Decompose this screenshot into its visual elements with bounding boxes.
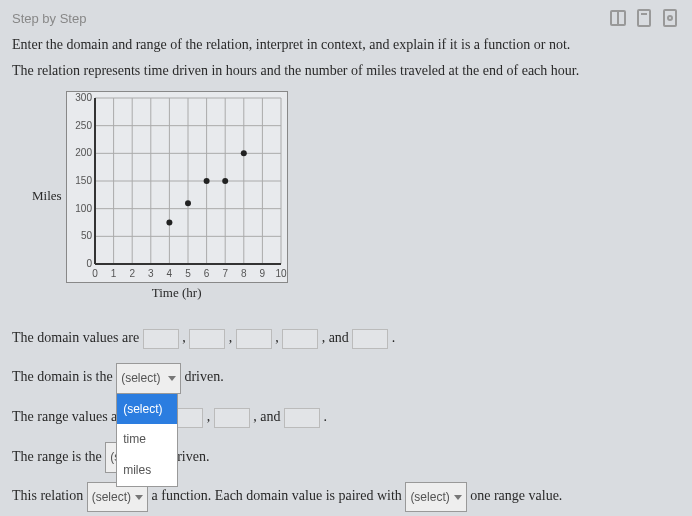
svg-text:300: 300	[75, 92, 92, 103]
dropdown-header[interactable]: (select)	[117, 394, 177, 425]
dropdown-open: (select) time miles	[116, 393, 178, 487]
svg-text:5: 5	[185, 268, 191, 279]
svg-text:150: 150	[75, 175, 92, 186]
book-icon[interactable]	[608, 8, 628, 28]
y-axis-label: Miles	[32, 188, 62, 204]
range-blank-3[interactable]	[214, 408, 250, 428]
svg-text:200: 200	[75, 147, 92, 158]
dropdown-opt-time[interactable]: time	[117, 424, 177, 455]
svg-text:3: 3	[148, 268, 154, 279]
scatter-chart: 012345678910050100150200250300	[66, 91, 288, 283]
svg-point-5	[668, 16, 672, 20]
svg-text:10: 10	[275, 268, 287, 279]
svg-text:100: 100	[75, 202, 92, 213]
range-blank-4[interactable]	[284, 408, 320, 428]
svg-text:1: 1	[110, 268, 116, 279]
prompt-line-2: The relation represents time driven in h…	[12, 60, 680, 82]
svg-rect-2	[638, 10, 650, 26]
range-values-row: The range values a , , , and .	[12, 400, 680, 434]
domain-blank-1[interactable]	[143, 329, 179, 349]
function-row: This relation (select) a function. Each …	[12, 479, 680, 513]
svg-text:2: 2	[129, 268, 135, 279]
svg-text:6: 6	[203, 268, 209, 279]
svg-text:4: 4	[166, 268, 172, 279]
svg-text:250: 250	[75, 119, 92, 130]
svg-point-46	[203, 178, 209, 184]
pairing-select[interactable]: (select)	[405, 482, 466, 513]
domain-is-row: The domain is the (select) (select) time…	[12, 360, 680, 394]
svg-text:50: 50	[81, 230, 93, 241]
domain-blank-4[interactable]	[282, 329, 318, 349]
svg-rect-4	[664, 10, 676, 26]
prompt-line-1: Enter the domain and range of the relati…	[12, 34, 680, 56]
svg-point-44	[166, 219, 172, 225]
domain-blank-3[interactable]	[236, 329, 272, 349]
svg-point-45	[185, 200, 191, 206]
domain-unit-select[interactable]: (select) (select) time miles	[116, 363, 181, 394]
svg-text:8: 8	[241, 268, 247, 279]
x-axis-label: Time (hr)	[152, 285, 202, 301]
domain-blank-5[interactable]	[352, 329, 388, 349]
tool-icon[interactable]	[660, 8, 680, 28]
step-label: Step by Step	[12, 11, 86, 26]
range-is-row: The range is the (select) driven.	[12, 440, 680, 474]
calc-icon[interactable]	[634, 8, 654, 28]
dropdown-opt-miles[interactable]: miles	[117, 455, 177, 486]
domain-values-row: The domain values are , , , , and .	[12, 321, 680, 355]
svg-point-47	[222, 178, 228, 184]
svg-text:7: 7	[222, 268, 228, 279]
svg-text:0: 0	[86, 258, 92, 269]
svg-point-48	[240, 150, 246, 156]
svg-text:0: 0	[92, 268, 98, 279]
svg-text:9: 9	[259, 268, 265, 279]
domain-blank-2[interactable]	[189, 329, 225, 349]
